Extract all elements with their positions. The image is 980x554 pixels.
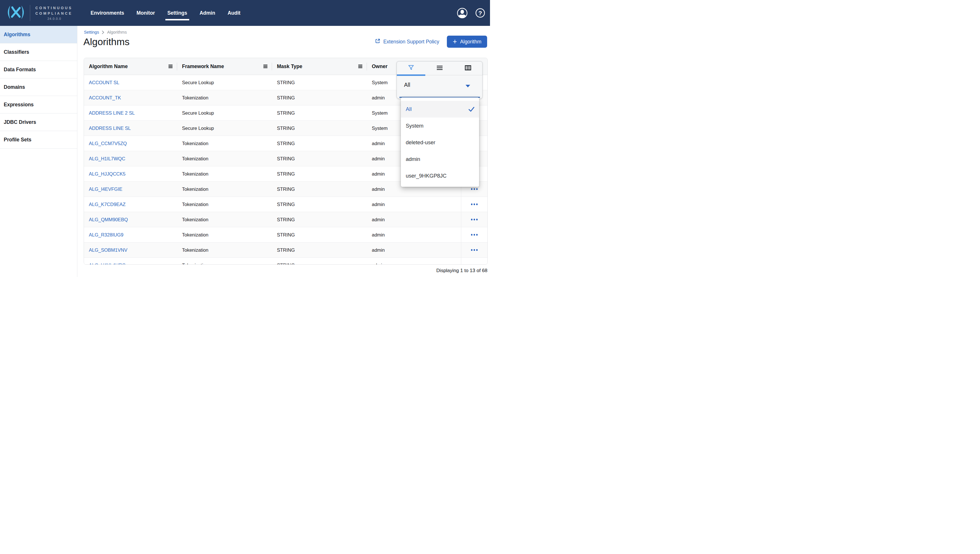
column-menu-icon[interactable] [168,64,173,68]
filter-panel-tabs [397,62,482,75]
owner-option-label: System [406,123,424,129]
cell-owner: admin [367,258,461,265]
table-row: ALG_SOBM1VNVTokenizationSTRINGadmin [84,242,487,258]
extension-support-policy-link[interactable]: Extension Support Policy [375,38,439,45]
column-menu-icon[interactable] [263,64,268,68]
list-icon [437,65,443,72]
owner-option-user-9hkgp8jc[interactable]: user_9HKGP8JC [401,167,479,184]
columns-tab[interactable] [454,62,482,75]
ellipsis-icon [471,264,478,265]
account-icon[interactable] [456,8,468,19]
cell-framework-name: Secure Lookup [177,75,272,90]
algorithm-name-link[interactable]: ALG_R328IUG9 [89,232,123,238]
owner-option-all[interactable]: All [401,101,479,118]
sidebar-item-algorithms[interactable]: Algorithms [0,26,77,43]
table-row: ALG_QMM90EBQTokenizationSTRINGadmin [84,212,487,227]
cell-framework-name: Tokenization [177,197,272,212]
algorithm-name-link[interactable]: ALG_QMM90EBQ [89,217,128,223]
owner-filter-select[interactable]: All [397,75,482,99]
cell-framework-name: Tokenization [177,212,272,227]
cell-mask-type: STRING [272,105,367,120]
row-actions-button[interactable] [461,242,487,258]
cell-mask-type: STRING [272,90,367,105]
algorithm-name-link[interactable]: ADDRESS LINE 2 SL [89,110,135,116]
list-tab[interactable] [425,62,454,75]
owner-option-label: user_9HKGP8JC [406,173,447,179]
cell-owner: admin [367,212,461,227]
cell-framework-name: Tokenization [177,166,272,181]
cell-owner: admin [367,197,461,212]
cell-algorithm-name: ALG_V4YL4HRC [84,258,177,265]
sidebar-item-data-formats[interactable]: Data Formats [0,61,77,78]
cell-framework-name: Tokenization [177,181,272,197]
row-actions-button[interactable] [461,212,487,227]
algorithm-name-link[interactable]: ALG_SOBM1VNV [89,247,128,253]
algorithm-name-link[interactable]: ALG_HJJQCCK5 [89,171,125,177]
cell-algorithm-name: ALG_K7CD9EAZ [84,197,177,212]
nav-item-environments[interactable]: Environments [91,10,124,16]
cell-mask-type: STRING [272,181,367,197]
algorithm-name-link[interactable]: ALG_K7CD9EAZ [89,202,125,207]
breadcrumb-current: Algorithms [107,30,127,35]
cell-algorithm-name: ADDRESS LINE SL [84,121,177,135]
sidebar-item-domains[interactable]: Domains [0,78,77,96]
cell-mask-type: STRING [272,75,367,90]
owner-option-system[interactable]: System [401,118,479,134]
algorithm-name-link[interactable]: ALG_I4EVFGIE [89,186,122,192]
owner-option-admin[interactable]: admin [401,151,479,167]
owner-option-label: deleted-user [406,139,435,146]
nav-item-audit[interactable]: Audit [227,10,240,16]
algorithm-name-link[interactable]: ACCOUNT_TK [89,95,121,100]
row-actions-button[interactable] [461,258,487,265]
sidebar-item-expressions[interactable]: Expressions [0,96,77,113]
add-algorithm-button[interactable]: + Algorithm [447,36,487,48]
algorithm-name-link[interactable]: ALG_H1IL7WQC [89,156,125,161]
algorithm-name-link[interactable]: ACCOUNT SL [89,80,119,85]
algorithm-name-link[interactable]: ALG_V4YL4HRC [89,263,125,265]
brand-text: CONTINUOUS COMPLIANCE 24.0.0.0 [35,5,72,21]
column-menu-icon[interactable] [358,64,362,68]
cell-owner: admin [367,242,461,258]
cell-mask-type: STRING [272,166,367,181]
nav-item-admin[interactable]: Admin [200,10,215,16]
algorithm-name-link[interactable]: ALG_CCM7V5ZQ [89,141,127,146]
row-actions-button[interactable] [461,197,487,212]
owner-filter-menu: AllSystemdeleted-useradminuser_9HKGP8JC [401,97,479,187]
cell-algorithm-name: ACCOUNT_TK [84,90,177,105]
ellipsis-icon [471,234,478,236]
cell-mask-type: STRING [272,121,367,135]
funnel-icon [408,64,414,72]
algorithm-name-link[interactable]: ADDRESS LINE SL [89,126,131,131]
page-title: Algorithms [83,36,130,48]
breadcrumb-settings-link[interactable]: Settings [84,30,99,35]
nav-item-monitor[interactable]: Monitor [137,10,155,16]
check-icon [468,107,475,112]
brand-line1: CONTINUOUS [35,5,72,11]
cell-algorithm-name: ALG_H1IL7WQC [84,151,177,166]
cell-framework-name: Tokenization [177,258,272,265]
sidebar-item-classifiers[interactable]: Classifiers [0,43,77,61]
nav-item-settings[interactable]: Settings [168,10,187,16]
ellipsis-icon [471,219,478,220]
table-row: ALG_R328IUG9TokenizationSTRINGadmin [84,227,487,242]
column-label: Framework Name [182,64,224,70]
sidebar-item-profile-sets[interactable]: Profile Sets [0,131,77,148]
cell-algorithm-name: ALG_QMM90EBQ [84,212,177,227]
cell-framework-name: Tokenization [177,242,272,258]
table-row: ALG_V4YL4HRCTokenizationSTRINGadmin [84,258,487,265]
brand-version: 24.0.0.0 [35,17,72,21]
app-root: CONTINUOUS COMPLIANCE 24.0.0.0 Environme… [0,0,490,277]
cell-framework-name: Tokenization [177,90,272,105]
row-actions-button[interactable] [461,227,487,242]
filter-tab[interactable] [397,62,425,75]
owner-option-deleted-user[interactable]: deleted-user [401,134,479,151]
caret-down-icon [466,85,470,88]
owner-option-label: admin [406,156,420,162]
extension-support-policy-label: Extension Support Policy [383,39,439,45]
help-icon[interactable]: ? [475,8,485,18]
add-algorithm-label: Algorithm [460,39,481,45]
navbar-right: ? [456,8,490,19]
brand-line2: COMPLIANCE [35,11,72,16]
settings-sidebar: AlgorithmsClassifiersData FormatsDomains… [0,26,77,277]
sidebar-item-jdbc-drivers[interactable]: JDBC Drivers [0,113,77,131]
